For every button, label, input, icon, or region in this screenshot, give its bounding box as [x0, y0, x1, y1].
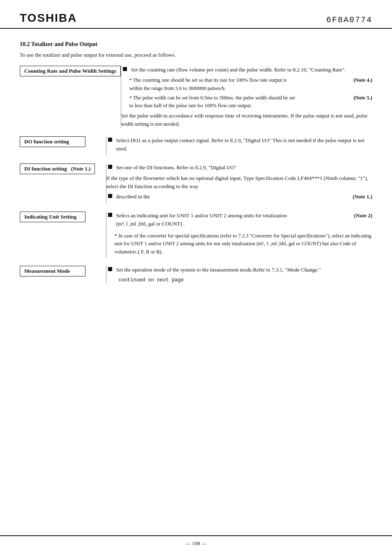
di-function-bullet1: Set one of the DI functions. Refer to 8.…	[106, 164, 373, 172]
counting-rate-label-cell: Counting Rate and Pulse Width Settings	[20, 66, 121, 128]
di-function-label-cell: DI function setting (Note 1.)	[20, 164, 106, 203]
page-footer: — 108 —	[0, 535, 392, 555]
note-4-line: * The counting rate should be set so tha…	[129, 76, 372, 92]
indicating-unit-special-text: * In case of the converter for special s…	[115, 233, 372, 255]
block-di-function: DI function setting (Note 1.) Set one of…	[20, 164, 372, 203]
indicating-unit-table: Indicating Unit Setting Select an indica…	[20, 212, 372, 258]
note2-ref: (Note 2)	[354, 212, 372, 220]
indicating-unit-main-text: Select an indicating unit for UNIT 1 and…	[116, 212, 287, 228]
block-indicating-unit: Indicating Unit Setting Select an indica…	[20, 212, 372, 258]
block-measurement-mode: Measurement Mode Set the operation mode …	[20, 266, 372, 283]
di-function-table: DI function setting (Note 1.) Set one of…	[20, 164, 372, 203]
indicating-unit-text1: Select an indicating unit for UNIT 1 and…	[116, 212, 373, 228]
do-function-box-label: DO function setting	[20, 136, 85, 147]
note-5-ref: (Note 5.)	[353, 94, 372, 110]
counting-rate-content: Set the counting rate (flow volume per c…	[121, 66, 372, 128]
indicating-unit-bullet1: Select an indicating unit for UNIT 1 and…	[106, 212, 373, 228]
bullet-icon	[108, 138, 112, 142]
block-do-function: DO function setting Select DO1 as a puls…	[20, 136, 372, 155]
company-logo: TOSHIBA	[20, 12, 77, 25]
bullet-icon	[108, 194, 112, 198]
block-counting-rate: Counting Rate and Pulse Width Settings S…	[20, 66, 372, 128]
di-note1-ref: (Note 1.)	[353, 193, 372, 201]
page-header: TOSHIBA 6F8A0774	[0, 0, 392, 29]
do-function-table: DO function setting Select DO1 as a puls…	[20, 136, 372, 155]
note-4-text: * The counting rate should be set so tha…	[129, 76, 287, 92]
indicating-unit-box-label: Indicating Unit Setting	[20, 212, 85, 222]
counting-rate-box-label: Counting Rate and Pulse Width Settings	[20, 66, 121, 76]
main-content: 10.2 Totalizer and Pulse Output To use t…	[0, 29, 392, 308]
measurement-mode-bullet: Set the operation mode of the system to …	[106, 266, 373, 274]
di-function-box-label: DI function setting (Note 1.)	[20, 164, 95, 174]
counting-rate-notes: * The counting rate should be set so tha…	[121, 76, 372, 110]
di-described-text: described in the	[116, 193, 150, 201]
di-function-text2: described in the (Note 1.)	[116, 193, 373, 201]
continued-text: continued on next page	[106, 277, 373, 283]
counting-rate-extra: Set the pulse width in accordance with r…	[121, 112, 372, 128]
measurement-mode-text: Set the operation mode of the system to …	[116, 266, 373, 274]
intro-text: To use the totalizer and pulse output fo…	[20, 52, 372, 58]
measurement-mode-box-label: Measurement Mode	[20, 266, 85, 276]
measurement-mode-content: Set the operation mode of the system to …	[106, 266, 372, 283]
note-5-text: * The pulse width can be set from 0.5ms …	[129, 94, 295, 110]
do-function-content: Select DO1 as a pulse output contact sig…	[106, 136, 372, 155]
indicating-unit-special-note: * In case of the converter for special s…	[106, 232, 373, 256]
note-5-line: * The pulse width can be set from 0.5ms …	[129, 94, 372, 110]
page: TOSHIBA 6F8A0774 10.2 Totalizer and Puls…	[0, 0, 392, 555]
di-function-bullet2: described in the (Note 1.)	[106, 193, 373, 201]
bullet-icon	[108, 165, 112, 169]
page-number: — 108 —	[185, 540, 207, 546]
di-function-extra: If the type of the flowmeter which has n…	[106, 174, 373, 191]
indicating-unit-content: Select an indicating unit for UNIT 1 and…	[106, 212, 372, 258]
do-function-bullet: Select DO1 as a pulse output contact sig…	[106, 136, 373, 153]
di-function-content: Set one of the DI functions. Refer to 8.…	[106, 164, 372, 203]
document-number: 6F8A0774	[326, 15, 372, 25]
note-4-ref: (Note 4.)	[353, 76, 372, 92]
counting-rate-table: Counting Rate and Pulse Width Settings S…	[20, 66, 372, 128]
bullet-icon	[123, 67, 127, 71]
measurement-mode-label-cell: Measurement Mode	[20, 266, 106, 283]
measurement-mode-table: Measurement Mode Set the operation mode …	[20, 266, 372, 283]
section-title: 10.2 Totalizer and Pulse Output	[20, 41, 372, 48]
do-function-label-cell: DO function setting	[20, 136, 106, 155]
bullet-icon	[108, 213, 112, 217]
di-function-text1: Set one of the DI functions. Refer to 8.…	[116, 164, 373, 172]
counting-rate-bullet: Set the counting rate (flow volume per c…	[121, 66, 372, 74]
bullet-icon	[108, 267, 112, 271]
counting-rate-bullet-text: Set the counting rate (flow volume per c…	[131, 66, 372, 74]
indicating-unit-label-cell: Indicating Unit Setting	[20, 212, 106, 258]
do-function-text: Select DO1 as a pulse output contact sig…	[116, 136, 373, 153]
